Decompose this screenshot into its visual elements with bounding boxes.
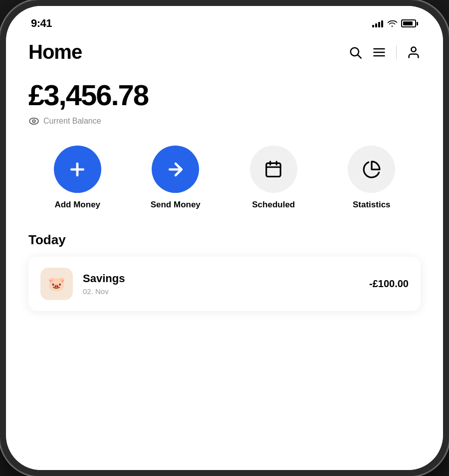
statistics-circle — [348, 146, 395, 193]
send-money-circle — [152, 146, 199, 193]
calendar-icon — [264, 160, 283, 179]
transaction-name: Savings — [83, 272, 369, 285]
action-buttons: Add Money Send Money — [28, 146, 421, 210]
main-content: Home — [6, 36, 443, 470]
balance-label-text: Current Balance — [43, 117, 101, 126]
page-title: Home — [28, 41, 82, 63]
status-icons — [372, 19, 418, 27]
statistics-button[interactable]: Statistics — [323, 146, 421, 210]
scheduled-button[interactable]: Scheduled — [224, 146, 323, 210]
svg-rect-11 — [266, 163, 281, 176]
status-time: 9:41 — [31, 17, 52, 30]
balance-label: Current Balance — [28, 117, 421, 126]
add-money-circle — [54, 146, 101, 193]
arrow-right-icon — [166, 159, 186, 179]
header-actions — [348, 45, 421, 59]
send-money-button[interactable]: Send Money — [127, 146, 225, 210]
today-title: Today — [28, 232, 421, 248]
balance-amount: £3,456.78 — [28, 78, 421, 112]
svg-point-5 — [411, 47, 416, 51]
transaction-date: 02. Nov — [83, 287, 369, 296]
transaction-amount: -£100.00 — [369, 278, 409, 290]
transaction-card[interactable]: 🐷 Savings 02. Nov -£100.00 — [28, 257, 421, 311]
svg-line-1 — [358, 55, 361, 58]
search-button[interactable] — [348, 45, 362, 59]
transaction-icon: 🐷 — [40, 268, 73, 300]
menu-button[interactable] — [372, 45, 386, 59]
status-bar: 9:41 — [6, 6, 443, 36]
svg-point-6 — [29, 118, 38, 124]
scheduled-label: Scheduled — [252, 200, 295, 210]
add-money-button[interactable]: Add Money — [28, 146, 127, 210]
phone-frame: 9:41 — [0, 0, 449, 476]
battery-icon — [401, 19, 418, 27]
phone-screen: 9:41 — [6, 6, 443, 470]
pie-chart-icon — [362, 160, 381, 179]
send-money-label: Send Money — [151, 200, 201, 210]
transaction-info: Savings 02. Nov — [83, 272, 369, 296]
profile-button[interactable] — [407, 45, 421, 59]
signal-icon — [372, 19, 383, 27]
eye-icon — [28, 117, 39, 125]
balance-section: £3,456.78 Current Balance — [28, 78, 421, 126]
today-section: Today 🐷 Savings 02. Nov -£100.00 — [28, 232, 421, 311]
scheduled-circle — [250, 146, 297, 193]
wifi-icon — [387, 19, 397, 27]
add-money-label: Add Money — [54, 200, 100, 210]
header-divider — [396, 45, 397, 59]
search-icon — [348, 45, 362, 59]
screen-content: 9:41 — [6, 6, 443, 470]
menu-icon — [372, 45, 386, 59]
header: Home — [28, 41, 421, 63]
profile-icon — [407, 45, 421, 59]
plus-icon — [67, 159, 87, 179]
statistics-label: Statistics — [353, 200, 391, 210]
svg-point-7 — [32, 120, 35, 122]
